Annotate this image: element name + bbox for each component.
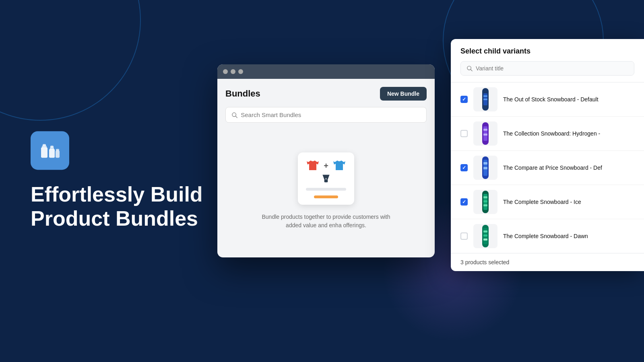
variants-footer: 3 products selected	[451, 253, 644, 271]
variants-search-bar[interactable]	[460, 61, 634, 76]
variant-checkbox-2[interactable]	[460, 130, 468, 137]
variants-panel-title: Select child variants	[460, 47, 634, 56]
tshirt-red-icon	[306, 159, 320, 173]
bundle-card: +	[298, 152, 354, 205]
svg-rect-11	[326, 179, 328, 182]
variants-header: Select child variants	[451, 39, 644, 82]
pants-icon	[320, 174, 332, 183]
svg-rect-20	[483, 129, 487, 131]
svg-rect-5	[50, 146, 54, 148]
variants-panel: Select child variants The Out of Stock S…	[451, 39, 644, 271]
bg-decoration-1	[0, 0, 141, 121]
variant-image-4	[473, 190, 497, 214]
svg-rect-6	[56, 150, 60, 158]
browser-window: Bundles New Bundle	[217, 64, 435, 257]
variants-search-icon	[466, 65, 473, 72]
variant-name-2: The Collection Snowboard: Hydrogen -	[503, 130, 634, 137]
tshirt-blue-icon	[332, 159, 346, 173]
placeholder-line-short	[314, 195, 338, 198]
svg-line-9	[235, 116, 237, 117]
bundles-header: Bundles New Bundle	[225, 87, 427, 101]
traffic-light-yellow	[231, 69, 235, 74]
svg-rect-24	[483, 162, 487, 165]
snowboard-blue-dark-icon	[480, 87, 491, 111]
list-item: The Complete Snowboard - Dawn	[451, 219, 644, 253]
empty-state: + Bundle products t	[225, 132, 427, 230]
list-item: The Complete Snowboard - Ice	[451, 185, 644, 219]
snowboard-blue-light-icon	[480, 156, 491, 180]
variant-name-1: The Out of Stock Snowboard - Default	[503, 96, 634, 103]
traffic-light-green	[238, 69, 243, 74]
placeholder-line-long	[306, 188, 346, 191]
browser-titlebar	[217, 64, 435, 79]
svg-rect-0	[41, 147, 47, 158]
svg-rect-35	[483, 239, 487, 241]
left-content: Effortlessly Build Product Bundles	[31, 131, 203, 231]
svg-rect-28	[483, 196, 487, 198]
empty-state-text: Bundle products together to provide cust…	[254, 213, 398, 230]
variant-name-4: The Complete Snowboard - Ice	[503, 199, 634, 205]
svg-rect-30	[483, 204, 487, 206]
search-smart-bundles-input[interactable]	[241, 111, 421, 118]
plus-icon: +	[324, 161, 328, 171]
variant-checkbox-3[interactable]	[460, 164, 468, 171]
snowboard-teal-dark-icon	[480, 224, 491, 248]
snowboard-teal-icon	[480, 190, 491, 214]
svg-rect-21	[483, 134, 487, 136]
svg-rect-29	[483, 200, 487, 202]
variant-checkbox-1[interactable]	[460, 96, 468, 103]
variant-image-2	[473, 121, 497, 146]
variants-search-input[interactable]	[476, 65, 628, 72]
traffic-light-red	[223, 69, 228, 74]
svg-rect-2	[43, 144, 46, 146]
variant-checkbox-5[interactable]	[460, 232, 468, 240]
bottles-icon	[38, 138, 62, 162]
svg-rect-16	[483, 95, 487, 97]
svg-rect-34	[483, 234, 487, 237]
app-icon	[31, 131, 69, 170]
bundles-title: Bundles	[225, 88, 260, 99]
variant-image-5	[473, 224, 497, 248]
bundles-search-bar[interactable]	[225, 107, 427, 123]
svg-line-13	[471, 70, 472, 71]
variant-name-3: The Compare at Price Snowboard - Def	[503, 165, 634, 171]
bundle-illustration: +	[286, 136, 366, 205]
variant-name-5: The Complete Snowboard - Dawn	[503, 233, 634, 239]
variants-list: The Out of Stock Snowboard - Default The…	[451, 82, 644, 253]
list-item: The Out of Stock Snowboard - Default	[451, 82, 644, 117]
browser-body: Bundles New Bundle	[217, 79, 435, 257]
selected-count-text: 3 products selected	[460, 259, 509, 265]
search-icon	[231, 112, 237, 118]
svg-rect-3	[49, 149, 55, 158]
variant-image-1	[473, 87, 497, 111]
svg-rect-7	[56, 149, 59, 151]
variant-checkbox-4[interactable]	[460, 198, 468, 206]
variant-image-3	[473, 156, 497, 180]
hero-headline: Effortlessly Build Product Bundles	[31, 183, 203, 231]
list-item: The Compare at Price Snowboard - Def	[451, 151, 644, 185]
svg-rect-25	[483, 167, 487, 169]
svg-rect-33	[483, 230, 487, 232]
snowboard-purple-icon	[480, 121, 491, 146]
new-bundle-button[interactable]: New Bundle	[380, 87, 427, 101]
svg-rect-17	[483, 99, 487, 100]
list-item: The Collection Snowboard: Hydrogen -	[451, 117, 644, 151]
